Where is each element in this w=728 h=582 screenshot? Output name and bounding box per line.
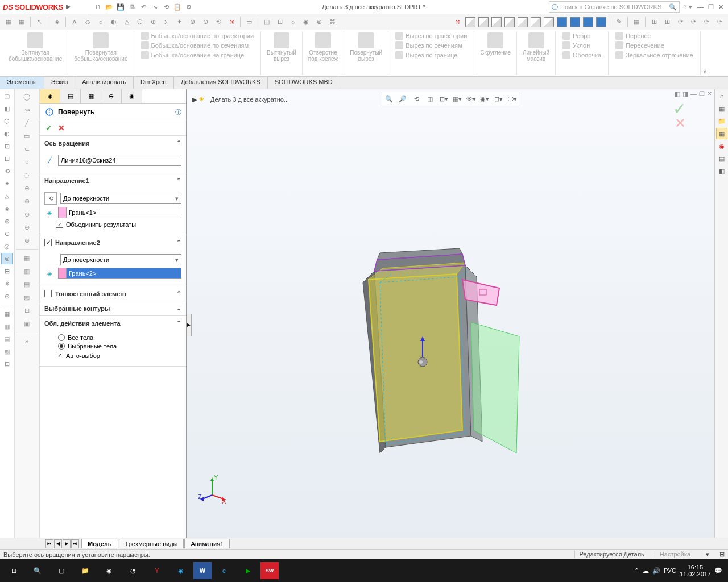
lr-icon[interactable]: ⊛ xyxy=(1,290,13,302)
tb2-icon[interactable]: Σ xyxy=(160,16,172,28)
pm-tab[interactable]: ▦ xyxy=(81,89,101,103)
merge-checkbox[interactable]: ✓Объединить результаты xyxy=(44,221,181,228)
lr-icon[interactable]: ◧ xyxy=(1,103,13,114)
view-cube-icon[interactable] xyxy=(595,16,607,28)
extrude-boss-button[interactable]: Вытянутаябобышка/основание xyxy=(6,31,64,63)
pm-help-icon[interactable]: ⓘ xyxy=(175,108,181,117)
tab-nav-last[interactable]: ⏭ xyxy=(71,539,79,548)
origin-icon[interactable]: ⤭ xyxy=(226,16,237,28)
pm-thin-header[interactable]: Тонкостенный элемент⌃ xyxy=(40,286,186,301)
tb2-icon[interactable]: ○ xyxy=(287,16,299,28)
orientation-triad[interactable]: Y X Z xyxy=(198,475,226,504)
tab-nav-next[interactable]: ▶ xyxy=(63,539,71,548)
lr2-icon[interactable]: ⊙ xyxy=(16,208,38,221)
tb2-icon[interactable]: ◈ xyxy=(51,16,63,28)
lr-icon[interactable]: ◎ xyxy=(1,240,13,252)
lr2-icon[interactable]: ▨ xyxy=(16,291,38,304)
vp-min[interactable]: — xyxy=(690,90,697,98)
hole-wizard-button[interactable]: Отверстиепод крепеж xyxy=(306,31,340,63)
pm-tab-feature[interactable]: ◈ xyxy=(40,89,60,103)
lr2-icon[interactable]: ↝ xyxy=(16,103,38,116)
view-cube-icon[interactable] xyxy=(556,16,568,28)
tb2-icon[interactable]: ⟲ xyxy=(213,16,224,28)
text-icon[interactable]: A xyxy=(69,16,80,28)
tab-features[interactable]: Элементы xyxy=(0,77,44,89)
tb2-icon[interactable]: ○ xyxy=(95,16,106,28)
steam-icon[interactable]: ◔ xyxy=(122,560,144,581)
tb2-icon[interactable]: ▦ xyxy=(16,16,27,28)
lr2-icon[interactable]: ⊗ xyxy=(16,195,38,207)
lr-icon[interactable]: ✦ xyxy=(1,178,13,189)
tb2-icon[interactable]: ⊞ xyxy=(274,16,286,28)
zoom-fit-icon[interactable]: 🔍 xyxy=(383,93,395,105)
taskview-button[interactable]: ▢ xyxy=(50,560,73,581)
tab-addins[interactable]: Добавления SOLIDWORKS xyxy=(174,77,268,89)
tb2-icon[interactable]: ⊕ xyxy=(147,16,159,28)
status-icon[interactable]: ▾ xyxy=(701,551,714,558)
tb2-icon[interactable]: ✦ xyxy=(173,16,185,28)
lr-icon-selected[interactable]: ⊚ xyxy=(1,253,13,264)
boundary-cut-button[interactable]: Вырез по границе xyxy=(393,51,469,60)
lr-icon[interactable]: ▤ xyxy=(1,333,13,344)
lr-icon[interactable]: ◐ xyxy=(1,128,13,139)
tb2-icon[interactable]: ⊙ xyxy=(200,16,211,28)
rr-appearance-icon[interactable]: ◉ xyxy=(716,140,727,152)
prev-view-icon[interactable]: ⟲ xyxy=(411,93,422,105)
swept-cut-button[interactable]: Вырез по траектории xyxy=(393,31,469,40)
view-cube-icon[interactable] xyxy=(582,16,594,28)
print-icon[interactable]: 🖶 xyxy=(127,2,137,12)
tb2-icon[interactable]: ⟳ xyxy=(701,16,712,28)
lr-icon[interactable]: ※ xyxy=(1,278,13,289)
vp-close[interactable]: ✕ xyxy=(707,90,712,98)
lr2-icon[interactable]: ⊛ xyxy=(16,234,38,247)
hide-show-icon[interactable]: 👁▾ xyxy=(465,93,477,105)
minimize-button[interactable]: — xyxy=(697,3,704,11)
lr2-icon[interactable]: ╱ xyxy=(16,117,38,129)
status-custom-button[interactable]: Настройка xyxy=(655,551,695,558)
auto-select-checkbox[interactable]: ✓Авто-выбор xyxy=(44,352,181,359)
tab-nav-prev[interactable]: ◀ xyxy=(54,539,62,548)
dir2-end-condition[interactable]: До поверхности xyxy=(60,254,181,265)
lr-icon[interactable]: ⊞ xyxy=(1,153,13,164)
pm-dir2-header[interactable]: ✓ Направление2⌃ xyxy=(40,235,186,250)
all-bodies-radio[interactable]: Все тела xyxy=(44,334,181,341)
tab-dimxpert[interactable]: DimXpert xyxy=(134,77,174,89)
view-cube-icon[interactable] xyxy=(465,16,476,28)
view-cube-icon[interactable] xyxy=(569,16,581,28)
chrome-icon[interactable]: ◉ xyxy=(98,560,121,581)
display-style-icon[interactable]: ▦▾ xyxy=(452,93,463,105)
rr-icon[interactable]: ◧ xyxy=(716,165,727,177)
settings-icon[interactable]: ⚙ xyxy=(184,2,194,12)
lr-icon[interactable]: ▥ xyxy=(1,321,13,332)
rr-icon[interactable]: ▤ xyxy=(716,153,727,164)
rr-icon[interactable]: 📁 xyxy=(716,115,727,127)
section-icon[interactable]: ◫ xyxy=(424,93,436,105)
tray-volume-icon[interactable]: 🔊 xyxy=(652,567,660,575)
tb2-icon[interactable]: ⬡ xyxy=(134,16,146,28)
pm-axis-header[interactable]: Ось вращения⌃ xyxy=(40,136,186,150)
revolve-boss-button[interactable]: Повернутаябобышка/основание xyxy=(72,31,130,63)
tab-3dviews[interactable]: Трехмерные виды xyxy=(119,539,184,548)
view-cube-icon[interactable] xyxy=(530,16,541,28)
tb2-icon[interactable]: ⟳ xyxy=(688,16,699,28)
lr2-icon[interactable]: ⊚ xyxy=(16,221,38,234)
rebuild-icon[interactable]: ⟲ xyxy=(161,2,171,12)
lr-icon[interactable]: ⊞ xyxy=(1,265,13,277)
options-icon[interactable]: 📋 xyxy=(172,2,183,12)
solidworks-taskbar-icon[interactable]: SW xyxy=(260,562,279,579)
view-settings-icon[interactable]: 🖵▾ xyxy=(506,93,518,105)
lr2-icon[interactable]: ⊡ xyxy=(16,304,38,317)
lr2-icon[interactable]: ▥ xyxy=(16,265,38,277)
lr2-icon[interactable]: ▤ xyxy=(16,278,38,290)
lr2-icon[interactable]: ▭ xyxy=(16,130,38,142)
tab-model[interactable]: Модель xyxy=(81,539,118,548)
new-icon[interactable]: 🗋 xyxy=(93,2,103,12)
lr-icon[interactable]: ⊡ xyxy=(1,358,13,369)
tray-lang[interactable]: РУС xyxy=(664,567,676,574)
pm-ok-button[interactable]: ✓ xyxy=(46,123,52,132)
view-cube-icon[interactable] xyxy=(504,16,515,28)
tb2-icon[interactable]: ▦ xyxy=(631,16,642,28)
vp-max[interactable]: ❐ xyxy=(699,90,705,98)
close-button[interactable]: ✕ xyxy=(718,3,723,11)
pm-dir1-header[interactable]: Направление1⌃ xyxy=(40,173,186,188)
